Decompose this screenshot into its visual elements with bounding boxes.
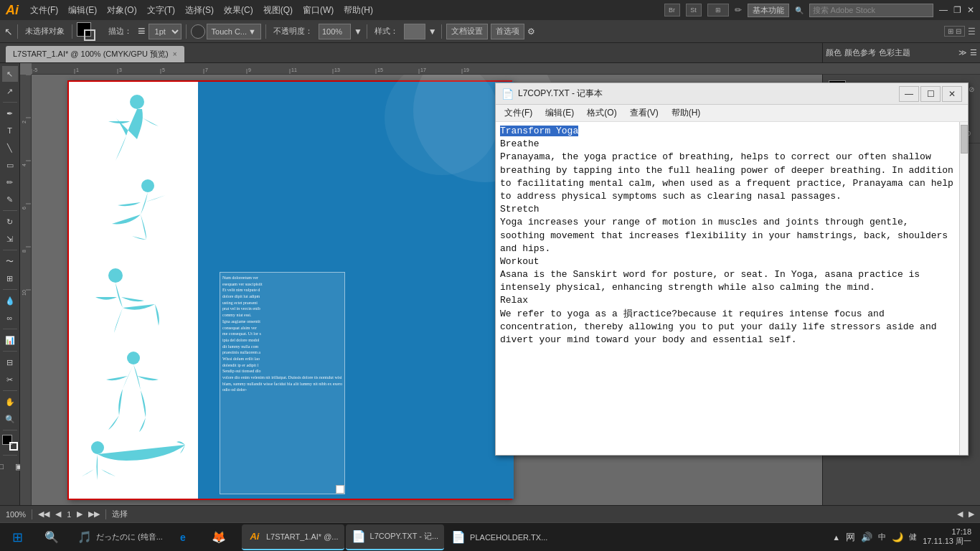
doc-settings-btn[interactable]: 文档设置 — [446, 24, 488, 39]
stroke-swatch[interactable] — [84, 29, 95, 41]
panel-expand-icon[interactable]: ≫ — [958, 48, 967, 57]
resize-handle[interactable] — [336, 485, 344, 494]
warp-tool[interactable]: 〜 — [2, 253, 18, 269]
menu-window[interactable]: 窗口(W) — [298, 3, 338, 18]
scale-tool[interactable]: ⇲ — [2, 231, 18, 247]
more-options-icon[interactable]: ☰ — [968, 27, 976, 37]
svg-text:19: 19 — [463, 67, 469, 72]
eyedropper-tool[interactable]: 💧 — [2, 293, 18, 309]
menu-view[interactable]: 视图(Q) — [259, 3, 297, 18]
notepad-content-area: Transform Yoga Breathe Pranayama, the yo… — [496, 122, 968, 455]
style-dropdown-icon[interactable]: ▼ — [428, 27, 437, 37]
color-theme-tab[interactable]: 色彩主题 — [879, 47, 910, 58]
brush-select-btn[interactable]: Touch C... ▼ — [207, 24, 261, 39]
notepad-format[interactable]: 格式(O) — [581, 105, 622, 121]
close-btn-app[interactable]: ✕ — [967, 5, 974, 15]
align-icons[interactable]: ⊞ ⊟ — [944, 26, 965, 37]
rotate-tool[interactable]: ↻ — [2, 214, 18, 230]
pen-icon[interactable]: ✏ — [735, 5, 742, 15]
notepad-file[interactable]: 文件(F) — [499, 105, 538, 121]
menu-effect[interactable]: 效果(C) — [220, 3, 258, 18]
brush-color-swatch[interactable] — [191, 24, 205, 39]
stock-icon[interactable]: St — [686, 4, 702, 17]
restore-btn[interactable]: ❐ — [953, 5, 961, 15]
type-tool[interactable]: T — [2, 123, 18, 138]
show-desktop-btn[interactable] — [977, 523, 980, 552]
taskbar-illustrator[interactable]: Ai L7START_1.AI* @... — [242, 524, 344, 550]
panel-menu-icon[interactable]: ☰ — [970, 48, 977, 57]
free-transform-tool[interactable]: ⊞ — [2, 270, 18, 286]
menu-edit[interactable]: 编辑(E) — [64, 3, 101, 18]
bridge-icon[interactable]: Br — [664, 4, 680, 17]
adobe-stock-search[interactable]: 搜索 Adobe Stock — [809, 4, 933, 17]
tray-lang-icon[interactable]: 健 — [909, 532, 917, 542]
preferences-btn[interactable]: 首选项 — [491, 24, 524, 39]
artboard-tool[interactable]: ⊟ — [2, 354, 18, 370]
artboard: Num doloreetum ver esequam ver suscipist… — [67, 80, 512, 500]
menu-text[interactable]: 文字(T) — [143, 3, 179, 18]
page-prev[interactable]: ◀ — [55, 509, 61, 519]
taskbar-firefox[interactable]: 🦊 — [206, 524, 240, 550]
notepad-edit[interactable]: 编辑(E) — [540, 105, 580, 121]
status-arrow-left[interactable]: ◀ — [957, 509, 963, 519]
grid-icon[interactable]: ⊞ — [707, 4, 729, 17]
tray-network-icon[interactable]: 网 — [846, 531, 855, 544]
tray-ime-label[interactable]: 中 — [878, 532, 886, 542]
notepad-close[interactable]: ✕ — [942, 86, 962, 102]
taskbar-search-button[interactable]: 🔍 — [34, 523, 69, 552]
document-tab[interactable]: L7START_1.AI* @ 100% (CMYK/GPU 预览) × — [6, 46, 184, 62]
taskbar-notepad1[interactable]: 📄 L7COPY.TXT - 记... — [346, 524, 445, 550]
paint-tool[interactable]: ✏ — [2, 174, 18, 190]
page-next[interactable]: ▶ — [77, 509, 83, 519]
minimize-btn[interactable]: — — [939, 5, 948, 15]
prev-btn[interactable]: ◀◀ — [38, 509, 50, 519]
page-number[interactable]: 1 — [67, 510, 71, 519]
notepad-help[interactable]: 帮助(H) — [666, 105, 707, 121]
color-panel-tab[interactable]: 颜色 — [826, 47, 842, 58]
pencil-tool[interactable]: ✎ — [2, 192, 18, 207]
menu-file[interactable]: 文件(F) — [26, 3, 62, 18]
zoom-tool[interactable]: 🔍 — [2, 411, 18, 427]
text-box[interactable]: Num doloreetum ver esequam ver suscipist… — [220, 272, 345, 494]
notepad-restore[interactable]: ☐ — [920, 86, 941, 102]
tray-security-icon[interactable]: 🌙 — [892, 532, 903, 542]
taskbar-edge[interactable]: e — [170, 524, 204, 550]
normal-view-tool[interactable]: □ — [0, 458, 9, 474]
color-guide-tab[interactable]: 颜色参考 — [844, 47, 876, 58]
graph-tool[interactable]: 📊 — [2, 332, 18, 348]
blend-tool[interactable]: ∞ — [2, 310, 18, 326]
notepad-scrollbar[interactable] — [959, 122, 968, 455]
pen-tool[interactable]: ✒ — [2, 105, 18, 121]
notepad-view[interactable]: 查看(V) — [624, 105, 664, 121]
next-btn[interactable]: ▶▶ — [88, 509, 100, 519]
tray-volume-icon[interactable]: 🔊 — [861, 532, 872, 542]
start-button[interactable]: ⊞ — [0, 523, 34, 552]
select-tool[interactable]: ↖ — [2, 66, 18, 82]
notepad-minimize[interactable]: — — [899, 86, 919, 102]
notepad-text[interactable]: Transform Yoga Breathe Pranayama, the yo… — [496, 122, 968, 349]
tray-up-arrow[interactable]: ▲ — [832, 533, 840, 542]
status-arrow-right[interactable]: ▶ — [969, 509, 974, 519]
style-swatch[interactable] — [404, 24, 425, 39]
direct-select-tool[interactable]: ↗ — [2, 83, 18, 99]
opacity-dropdown-icon[interactable]: ▼ — [354, 27, 362, 37]
opacity-input[interactable] — [319, 24, 351, 39]
shape-tool[interactable]: ▭ — [2, 157, 18, 173]
stroke-width-select[interactable]: 1pt — [149, 24, 182, 39]
basic-function-btn[interactable]: 基本功能 — [748, 4, 789, 17]
tools-divider-2 — [3, 210, 17, 211]
doc-tab-close[interactable]: × — [173, 50, 177, 58]
menu-object[interactable]: 对象(O) — [103, 3, 141, 18]
taskbar-clock[interactable]: 17:18 17.11.13 周一 — [923, 527, 977, 547]
menu-select[interactable]: 选择(S) — [181, 3, 218, 18]
line-tool[interactable]: ╲ — [2, 140, 18, 156]
slice-tool[interactable]: ✂ — [2, 372, 18, 387]
color-none-icon[interactable]: ⊘ — [969, 85, 974, 93]
options-icon[interactable]: ⚙ — [527, 27, 535, 37]
notepad-scroll-thumb[interactable] — [961, 125, 968, 154]
menu-help[interactable]: 帮助(H) — [339, 3, 377, 18]
fill-stroke-tool[interactable] — [2, 435, 18, 451]
taskbar-music[interactable]: 🎵 だったのに (纯音... — [72, 524, 169, 550]
hand-tool[interactable]: ✋ — [2, 394, 18, 410]
taskbar-notepad2[interactable]: 📄 PLACEHOLDER.TX... — [446, 524, 553, 550]
